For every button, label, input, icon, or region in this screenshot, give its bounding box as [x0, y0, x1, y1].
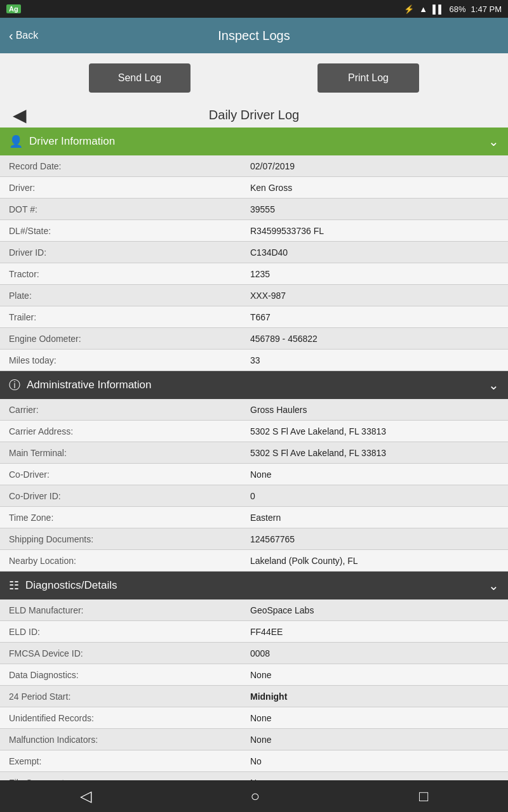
row-label: Miles today:: [0, 351, 241, 369]
admin-info-table: Carrier:Gross HaulersCarrier Address:530…: [0, 399, 508, 572]
row-value: 456789 - 456822: [241, 330, 508, 348]
battery-indicator: 68%: [450, 4, 466, 14]
driver-info-header[interactable]: 👤 Driver Information ⌄: [0, 128, 508, 155]
row-value: GeoSpace Labs: [241, 601, 508, 619]
row-label: ELD Manufacturer:: [0, 601, 241, 619]
back-label: Back: [16, 30, 39, 41]
row-value: 5302 S Fl Ave Lakeland, FL 33813: [241, 444, 508, 462]
row-label: Co-Driver:: [0, 466, 241, 483]
table-row: ELD ID:FF44EE: [0, 621, 508, 643]
action-buttons: Send Log Print Log: [0, 53, 508, 103]
row-value: None: [241, 666, 508, 684]
row-label: Co-Driver ID:: [0, 487, 241, 505]
table-row: Engine Odometer:456789 - 456822: [0, 328, 508, 350]
table-row: Trailer:T667: [0, 306, 508, 328]
nav-recent-button[interactable]: □: [419, 787, 429, 805]
daily-log-title: Daily Driver Log: [209, 108, 299, 122]
main-content: Send Log Print Log ◀ Daily Driver Log 👤 …: [0, 53, 508, 812]
print-log-button[interactable]: Print Log: [318, 63, 419, 93]
row-value: 1235: [241, 265, 508, 283]
person-icon: 👤: [9, 134, 23, 148]
table-row: Plate:XXX-987: [0, 285, 508, 306]
nav-bar: ‹ Back Inspect Logs: [0, 18, 508, 53]
row-value: Ken Gross: [241, 179, 508, 197]
bluetooth-icon: ⚡: [404, 4, 414, 14]
admin-info-title: Administrative Information: [27, 379, 152, 391]
table-row: Carrier:Gross Haulers: [0, 399, 508, 421]
row-label: FMCSA Device ID:: [0, 645, 241, 662]
row-label: Plate:: [0, 287, 241, 304]
row-value: FF44EE: [241, 623, 508, 641]
wifi-icon: ▲: [419, 4, 427, 14]
admin-info-header[interactable]: ⓘ Administrative Information ⌄: [0, 371, 508, 399]
row-label: Malfunction Indicators:: [0, 731, 241, 749]
row-value: 5302 S Fl Ave Lakeland, FL 33813: [241, 422, 508, 440]
row-value: 0: [241, 487, 508, 505]
table-row: Record Date:02/07/2019: [0, 155, 508, 177]
row-value: None: [241, 709, 508, 727]
row-label: Unidentified Records:: [0, 709, 241, 727]
row-value: XXX-987: [241, 287, 508, 304]
table-row: DOT #:39555: [0, 199, 508, 220]
table-row: Carrier Address:5302 S Fl Ave Lakeland, …: [0, 421, 508, 442]
row-value: Lakeland (Polk County), FL: [241, 552, 508, 570]
row-label: Engine Odometer:: [0, 330, 241, 348]
table-row: Data Diagnostics:None: [0, 664, 508, 686]
table-row: Main Terminal:5302 S Fl Ave Lakeland, FL…: [0, 442, 508, 464]
table-row: Driver ID:C134D40: [0, 242, 508, 263]
back-arrow-icon: ‹: [9, 29, 13, 43]
prev-log-button[interactable]: ◀: [13, 105, 27, 126]
row-label: ELD ID:: [0, 623, 241, 641]
table-row: Exempt:No: [0, 750, 508, 772]
table-row: Driver:Ken Gross: [0, 177, 508, 199]
row-label: 24 Period Start:: [0, 688, 241, 705]
row-value: 0008: [241, 645, 508, 662]
table-row: Shipping Documents:124567765: [0, 528, 508, 550]
row-label: Main Terminal:: [0, 444, 241, 462]
status-bar: Ag ⚡ ▲ ▌▌ 68% 1:47 PM: [0, 0, 508, 18]
table-row: Malfunction Indicators:None: [0, 729, 508, 750]
bottom-nav: ◁ ○ □: [0, 780, 508, 812]
row-label: DOT #:: [0, 200, 241, 218]
row-value: 02/07/2019: [241, 157, 508, 175]
send-log-button[interactable]: Send Log: [89, 63, 190, 93]
table-row: ELD Manufacturer:GeoSpace Labs: [0, 599, 508, 621]
table-row: Unidentified Records:None: [0, 707, 508, 729]
driver-info-title: Driver Information: [29, 135, 115, 148]
driver-info-table: Record Date:02/07/2019Driver:Ken GrossDO…: [0, 155, 508, 371]
row-value: 124567765: [241, 530, 508, 548]
driver-info-chevron: ⌄: [488, 134, 499, 149]
back-button[interactable]: ‹ Back: [9, 29, 38, 43]
row-value: 39555: [241, 200, 508, 218]
nav-back-button[interactable]: ◁: [80, 787, 91, 805]
table-row: Nearby Location:Lakeland (Polk County), …: [0, 550, 508, 572]
diagnostics-chevron: ⌄: [488, 578, 499, 593]
row-label: DL#/State:: [0, 222, 241, 240]
diagnostics-header[interactable]: ☷ Diagnostics/Details ⌄: [0, 572, 508, 599]
signal-icon: ▌▌: [432, 4, 444, 14]
row-label: Carrier:: [0, 401, 241, 419]
row-value: Eastern: [241, 509, 508, 527]
table-row: Tractor:1235: [0, 263, 508, 285]
row-value: C134D40: [241, 244, 508, 261]
row-value: 33: [241, 351, 508, 369]
row-value: Gross Haulers: [241, 401, 508, 419]
table-row: Co-Driver:None: [0, 464, 508, 485]
row-label: Tractor:: [0, 265, 241, 283]
list-icon: ☷: [9, 579, 19, 593]
row-label: Carrier Address:: [0, 422, 241, 440]
row-value: None: [241, 731, 508, 749]
row-label: Driver ID:: [0, 244, 241, 261]
table-row: FMCSA Device ID:0008: [0, 643, 508, 664]
row-label: Exempt:: [0, 752, 241, 770]
row-value: None: [241, 466, 508, 483]
row-value: No: [241, 752, 508, 770]
row-label: Driver:: [0, 179, 241, 197]
row-value: T667: [241, 308, 508, 326]
row-value: Midnight: [241, 688, 508, 705]
table-row: Time Zone:Eastern: [0, 507, 508, 528]
nav-home-button[interactable]: ○: [251, 787, 260, 805]
table-row: 24 Period Start:Midnight: [0, 686, 508, 707]
table-row: Co-Driver ID:0: [0, 485, 508, 507]
daily-log-header: ◀ Daily Driver Log: [0, 103, 508, 128]
